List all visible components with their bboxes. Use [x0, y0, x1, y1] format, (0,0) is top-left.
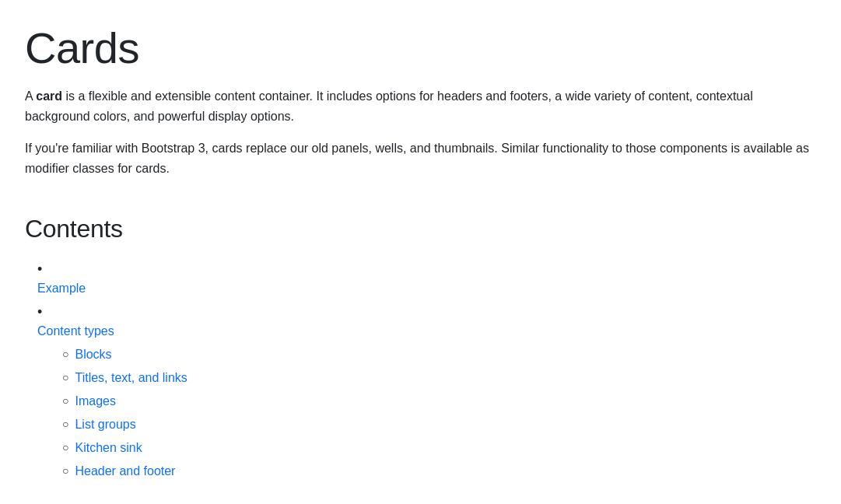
list-item-titles-text-links: Titles, text, and links — [62, 369, 187, 387]
contents-list: Example Content types Blocks Titles, tex… — [37, 260, 816, 485]
link-content-types[interactable]: Content types — [37, 322, 114, 341]
link-kitchen-sink[interactable]: Kitchen sink — [75, 439, 142, 457]
intro-part2: is a flexible and extensible content con… — [25, 89, 753, 123]
list-item-images: Images — [62, 392, 187, 411]
contents-title: Contents — [25, 210, 816, 247]
intro-part1: A — [25, 89, 36, 103]
link-titles-text-links[interactable]: Titles, text, and links — [75, 369, 187, 387]
list-item-list-groups: List groups — [62, 415, 187, 434]
list-item-header-footer: Header and footer — [62, 462, 187, 481]
intro-bold-card: card — [36, 89, 62, 103]
link-blocks[interactable]: Blocks — [75, 345, 111, 364]
link-example[interactable]: Example — [37, 279, 86, 298]
link-header-footer[interactable]: Header and footer — [75, 462, 175, 481]
sub-list-content-types: Blocks Titles, text, and links Images Li… — [62, 345, 187, 485]
intro-paragraph: A card is a flexible and extensible cont… — [25, 86, 816, 126]
list-item-example: Example — [37, 260, 816, 298]
second-paragraph: If you're familiar with Bootstrap 3, car… — [25, 138, 816, 178]
link-images[interactable]: Images — [75, 392, 115, 411]
list-item-content-types: Content types Blocks Titles, text, and l… — [37, 303, 816, 485]
link-list-groups[interactable]: List groups — [75, 415, 135, 434]
page-title: Cards — [25, 22, 816, 74]
list-item-kitchen-sink: Kitchen sink — [62, 439, 187, 457]
list-item-blocks: Blocks — [62, 345, 187, 364]
